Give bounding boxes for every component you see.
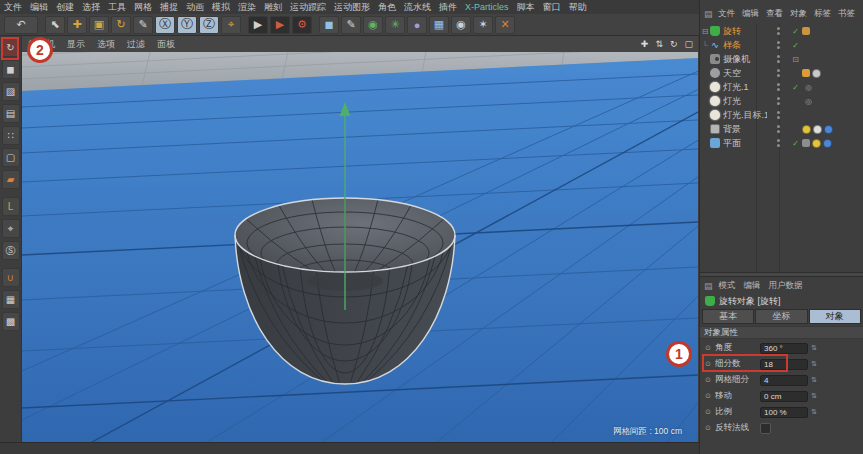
add-floor-button[interactable]: ▦	[429, 16, 449, 34]
object-name[interactable]: 背景	[723, 123, 767, 136]
zoom-view-icon[interactable]: ⇅	[655, 39, 663, 49]
lock-z-button[interactable]: Ⓩ	[199, 16, 219, 34]
keyframe-dot-icon[interactable]: ⊙	[705, 392, 715, 400]
tag-area[interactable]	[802, 139, 863, 148]
menu-snap[interactable]: 捕捉	[156, 1, 182, 14]
lock-x-button[interactable]: Ⓧ	[155, 16, 175, 34]
om-menu-objects[interactable]: 对象	[787, 8, 811, 20]
menu-window[interactable]: 窗口	[539, 1, 565, 14]
scaling-field[interactable]: 100 %	[760, 407, 808, 418]
coord-system-button[interactable]: ⌖	[221, 16, 241, 34]
last-tool-button[interactable]: ✎	[133, 16, 153, 34]
polygons-mode-button[interactable]: ▰	[2, 170, 20, 189]
spinner-icon[interactable]: ⇅	[811, 376, 817, 384]
angle-field[interactable]: 360 °	[760, 343, 808, 354]
om-menu-tags[interactable]: 标签	[811, 8, 835, 20]
object-name[interactable]: 旋转	[723, 25, 767, 38]
simulation-button[interactable]: Ⓢ	[2, 241, 20, 260]
enable-check[interactable]: ✓	[789, 27, 802, 36]
object-name[interactable]: 摄像机	[723, 53, 767, 66]
rotate-button[interactable]: ↻	[111, 16, 131, 34]
keyframe-dot-icon[interactable]: ⊙	[705, 376, 715, 384]
visibility-dots[interactable]	[767, 138, 789, 148]
visibility-dots[interactable]	[767, 96, 789, 106]
visibility-dots[interactable]	[767, 124, 789, 134]
vp-menu-options[interactable]: 选项	[91, 38, 121, 51]
pan-view-icon[interactable]: ✚	[641, 39, 649, 49]
workplane-mode-button[interactable]: ▤	[2, 104, 20, 123]
menu-create[interactable]: 创建	[52, 1, 78, 14]
tag-area[interactable]: ◎	[802, 97, 863, 106]
am-menu-edit[interactable]: 编辑	[740, 280, 765, 292]
add-camera-button[interactable]: ◉	[451, 16, 471, 34]
tag-area[interactable]	[802, 27, 863, 35]
lock-y-button[interactable]: Ⓨ	[177, 16, 197, 34]
object-row-background[interactable]: 背景	[700, 122, 863, 136]
object-name[interactable]: 灯光	[723, 95, 767, 108]
om-menu-bookmarks[interactable]: 书签	[835, 8, 859, 20]
edges-mode-button[interactable]: ▢	[2, 148, 20, 167]
om-menu-file[interactable]: 文件	[715, 8, 739, 20]
panel-icon[interactable]: ▤	[704, 9, 713, 19]
undo-button[interactable]: ↶	[4, 16, 38, 34]
target-tag-icon[interactable]: ◎	[802, 97, 815, 106]
texture-mode-button[interactable]: ▨	[2, 82, 20, 101]
object-row-lathe[interactable]: ⊟ 旋转 ✓	[700, 24, 863, 38]
menu-simulate[interactable]: 模拟	[208, 1, 234, 14]
am-menu-userdata[interactable]: 用户数据	[765, 280, 807, 292]
tab-basic[interactable]: 基本	[702, 309, 754, 324]
object-row-sky[interactable]: 天空	[700, 66, 863, 80]
spinner-icon[interactable]: ⇅	[811, 344, 817, 352]
move-button[interactable]: ✚	[67, 16, 87, 34]
vp-menu-display[interactable]: 显示	[61, 38, 91, 51]
object-name[interactable]: 灯光.目标.1	[723, 109, 767, 122]
menu-plugins[interactable]: 插件	[435, 1, 461, 14]
object-row-light-target[interactable]: 灯光.目标.1	[700, 108, 863, 122]
menu-sculpt[interactable]: 雕刻	[260, 1, 286, 14]
menu-select[interactable]: 选择	[78, 1, 104, 14]
object-row-plane[interactable]: 平面 ✓	[700, 136, 863, 150]
menu-help[interactable]: 帮助	[565, 1, 591, 14]
scale-button[interactable]: ▣	[89, 16, 109, 34]
am-menu-mode[interactable]: 模式	[715, 280, 740, 292]
object-name[interactable]: 天空	[723, 67, 767, 80]
keyframe-dot-icon[interactable]: ⊙	[705, 344, 715, 352]
model-mode-button[interactable]: ◼	[2, 60, 20, 79]
menu-mograph[interactable]: 运动图形	[330, 1, 374, 14]
iso-subdivision-field[interactable]: 4	[760, 375, 808, 386]
movement-field[interactable]: 0 cm	[760, 391, 808, 402]
tag-area[interactable]	[802, 69, 863, 78]
visibility-dots[interactable]	[767, 82, 789, 92]
menu-animate[interactable]: 动画	[182, 1, 208, 14]
add-spline-button[interactable]: ✎	[341, 16, 361, 34]
render-picture-viewer-button[interactable]: ▶	[270, 16, 290, 34]
object-row-camera[interactable]: 摄像机 ⊡	[700, 52, 863, 66]
om-menu-view[interactable]: 查看	[763, 8, 787, 20]
workplane-snap-button[interactable]: ▦	[2, 290, 20, 309]
object-name[interactable]: 灯光.1	[723, 81, 767, 94]
add-light-button[interactable]: ✶	[473, 16, 493, 34]
maximize-view-icon[interactable]: ▢	[684, 39, 693, 49]
xpresso-button[interactable]: ✕	[495, 16, 515, 34]
menu-render[interactable]: 渲染	[234, 1, 260, 14]
target-tag-icon[interactable]: ◎	[802, 83, 815, 92]
object-name[interactable]: 样条	[723, 39, 767, 52]
add-cube-button[interactable]: ◼	[319, 16, 339, 34]
menu-mesh[interactable]: 网格	[130, 1, 156, 14]
render-view-button[interactable]: ▶	[248, 16, 268, 34]
object-row-light[interactable]: 灯光 ◎	[700, 94, 863, 108]
menu-xparticles[interactable]: X-Particles	[461, 2, 513, 12]
keyframe-dot-icon[interactable]: ⊙	[705, 408, 715, 416]
expand-icon[interactable]: ⊟	[700, 27, 710, 36]
tab-object[interactable]: 对象	[809, 309, 861, 324]
flip-normals-checkbox[interactable]	[760, 423, 771, 434]
object-row-spline[interactable]: └ ∿ 样条 ✓	[700, 38, 863, 52]
enable-check[interactable]: ✓	[789, 139, 802, 148]
visibility-dots[interactable]	[767, 40, 789, 50]
menu-character[interactable]: 角色	[374, 1, 400, 14]
vp-menu-panel[interactable]: 面板	[151, 38, 181, 51]
viewport-solo-button[interactable]: ⌖	[2, 219, 20, 238]
vp-menu-filter[interactable]: 过滤	[121, 38, 151, 51]
visibility-dots[interactable]	[767, 54, 789, 64]
spinner-icon[interactable]: ⇅	[811, 392, 817, 400]
